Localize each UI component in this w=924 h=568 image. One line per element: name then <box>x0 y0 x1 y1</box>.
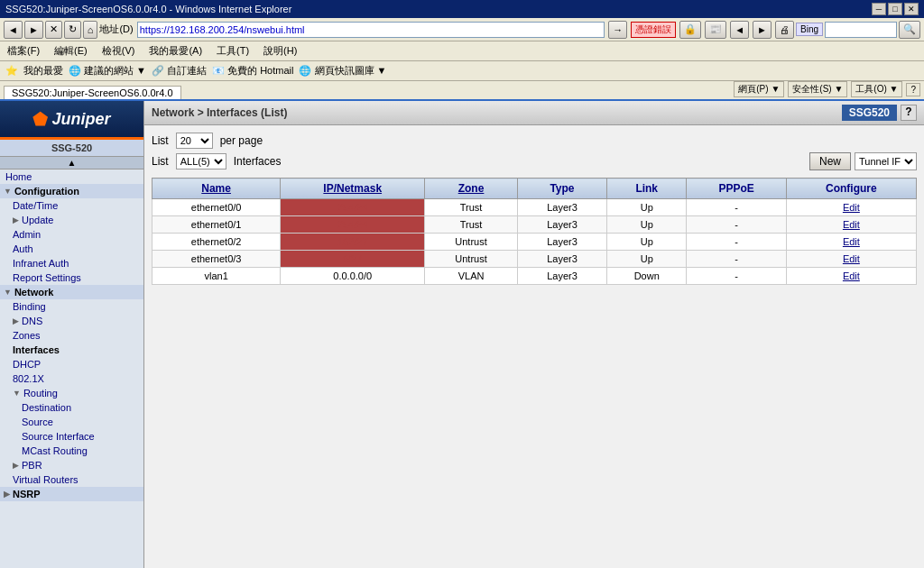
page-tools-button[interactable]: 網頁(P) ▼ <box>734 81 784 97</box>
nav-toolbar: ◄ ► ✕ ↻ ⌂ 地址(D) → 憑證錯誤 🔒 📰 ◄ ► 🖨 Bing 🔍 <box>0 18 924 41</box>
back-button2[interactable]: ◄ <box>730 21 749 39</box>
sort-name-link[interactable]: Name <box>201 182 231 195</box>
interfaces-table: Name IP/Netmask Zone Type Link PPPoE Con… <box>152 178 917 285</box>
sidebar-section-configuration[interactable]: ▼ Configuration <box>0 184 143 198</box>
minimize-button[interactable]: ─ <box>872 3 886 15</box>
per-page-select[interactable]: 20 50 100 <box>176 133 213 149</box>
sidebar-item-interfaces[interactable]: Interfaces <box>0 343 143 357</box>
sidebar-item-mcast-routing[interactable]: MCast Routing <box>0 444 143 458</box>
fav-custom-links[interactable]: 🔗 自訂連結 <box>152 64 207 78</box>
col-header-type: Type <box>517 179 606 199</box>
sidebar-item-source[interactable]: Source <box>0 415 143 429</box>
edit-link[interactable]: Edit <box>843 270 860 281</box>
configure-cell[interactable]: Edit <box>786 199 916 216</box>
configure-cell[interactable]: Edit <box>786 268 916 285</box>
sidebar-item-dhcp[interactable]: DHCP <box>0 357 143 371</box>
menu-file[interactable]: 檔案(F) <box>4 43 43 59</box>
col-header-ip[interactable]: IP/Netmask <box>281 179 425 199</box>
configure-cell[interactable]: Edit <box>786 234 916 251</box>
window-controls[interactable]: ─ □ ✕ <box>872 3 919 15</box>
stop-button[interactable]: ✕ <box>45 21 62 39</box>
close-button[interactable]: ✕ <box>904 3 919 15</box>
configure-cell[interactable]: Edit <box>786 216 916 234</box>
refresh-button[interactable]: ↻ <box>64 21 81 39</box>
sidebar-item-auth[interactable]: Auth <box>0 242 143 256</box>
search-button[interactable]: 🔍 <box>899 21 920 39</box>
sidebar-item-infranet-auth[interactable]: Infranet Auth <box>0 256 143 270</box>
zone-cell: Untrust <box>425 234 518 251</box>
back-button[interactable]: ◄ <box>4 21 23 39</box>
ip-cell: 6/27 <box>281 251 425 268</box>
fav-hotmail[interactable]: 📧 免費的 Hotmail <box>212 64 293 78</box>
menu-view[interactable]: 檢視(V) <box>98 43 139 59</box>
table-header-row: Name IP/Netmask Zone Type Link PPPoE Con… <box>152 179 917 199</box>
forward-button[interactable]: ► <box>24 21 43 39</box>
tunnel-select[interactable]: Tunnel IF <box>855 152 917 170</box>
help-button[interactable]: ? <box>901 105 917 121</box>
sidebar-item-home[interactable]: Home <box>0 169 143 184</box>
ip-cell: 162/27 <box>281 234 425 251</box>
print-button[interactable]: 🖨 <box>775 21 794 39</box>
sidebar-item-binding[interactable]: Binding <box>0 299 143 314</box>
go-button[interactable]: → <box>608 21 627 39</box>
table-row: ethernet0/1 254/24 Trust Layer3 Up - Edi… <box>152 216 917 234</box>
sidebar-item-source-interface[interactable]: Source Interface <box>0 429 143 444</box>
fav-my-favorites[interactable]: 我的最愛 <box>23 64 63 78</box>
sidebar-section-network[interactable]: ▼ Network <box>0 285 143 299</box>
zone-cell: VLAN <box>425 268 518 285</box>
col-header-zone[interactable]: Zone <box>425 179 518 199</box>
address-input[interactable] <box>137 22 605 38</box>
sidebar-item-virtual-routers[interactable]: Virtual Routers <box>0 472 143 487</box>
pppoe-cell: - <box>687 216 786 234</box>
edit-link[interactable]: Edit <box>843 202 860 213</box>
type-cell: Layer3 <box>517 199 606 216</box>
edit-link[interactable]: Edit <box>843 236 860 247</box>
table-row: vlan1 0.0.0.0/0 VLAN Layer3 Down - Edit <box>152 268 917 285</box>
sidebar-item-zones[interactable]: Zones <box>0 328 143 343</box>
sidebar-item-routing[interactable]: ▼ Routing <box>0 386 143 400</box>
menu-edit[interactable]: 編輯(E) <box>51 43 91 59</box>
col-header-name[interactable]: Name <box>152 179 281 199</box>
edit-link[interactable]: Edit <box>843 253 860 264</box>
sidebar-item-report-settings[interactable]: Report Settings <box>0 270 143 285</box>
help-tools-button[interactable]: ? <box>906 83 920 96</box>
breadcrumb: Network > Interfaces (List) <box>152 106 287 119</box>
menu-help[interactable]: 說明(H) <box>260 43 300 59</box>
new-button[interactable]: New <box>809 152 851 170</box>
sidebar-item-datetime[interactable]: Date/Time <box>0 198 143 213</box>
scroll-up-button[interactable]: ▲ <box>0 157 143 169</box>
menu-tools[interactable]: 工具(T) <box>213 43 253 59</box>
fav-star-icon: ⭐ <box>5 65 18 77</box>
device-name-label: SSG-520 <box>0 140 143 157</box>
type-cell: Layer3 <box>517 234 606 251</box>
filter-select[interactable]: ALL(5) <box>176 153 226 169</box>
forward-button2[interactable]: ► <box>753 21 772 39</box>
sort-ip-link[interactable]: IP/Netmask <box>323 182 382 195</box>
home-button[interactable]: ⌂ <box>83 21 98 39</box>
rss-button[interactable]: 📰 <box>705 21 726 39</box>
security-tools-button[interactable]: 安全性(S) ▼ <box>788 81 847 97</box>
main-tab[interactable]: SSG520:Juniper-ScreenOS6.0.0r4.0 <box>4 86 181 99</box>
sort-zone-link[interactable]: Zone <box>458 182 485 195</box>
fav-web-gallery[interactable]: 🌐 網頁快訊圖庫 ▼ <box>299 64 386 78</box>
sidebar-item-8021x[interactable]: 802.1X <box>0 371 143 386</box>
tools-button[interactable]: 工具(O) ▼ <box>851 81 902 97</box>
search-input[interactable] <box>825 22 897 38</box>
type-cell: Layer3 <box>517 216 606 234</box>
restore-button[interactable]: □ <box>888 3 902 15</box>
configure-cell[interactable]: Edit <box>786 251 916 268</box>
menu-favorites[interactable]: 我的最愛(A) <box>145 43 206 59</box>
sidebar-item-update[interactable]: ▶ Update <box>0 213 143 227</box>
sidebar-section-nsrp[interactable]: ▶ NSRP <box>0 487 143 501</box>
cert-info-button[interactable]: 🔒 <box>679 21 701 39</box>
sidebar-item-destination[interactable]: Destination <box>0 400 143 415</box>
link-cell: Down <box>607 268 687 285</box>
edit-link[interactable]: Edit <box>843 219 860 230</box>
sidebar-item-admin[interactable]: Admin <box>0 227 143 242</box>
col-header-pppoe: PPPoE <box>687 179 786 199</box>
expand-icon: ▼ <box>4 288 12 297</box>
fav-suggested-sites[interactable]: 🌐 建議的網站 ▼ <box>69 64 146 78</box>
sidebar-item-dns[interactable]: ▶ DNS <box>0 314 143 328</box>
sidebar-item-pbr[interactable]: ▶ PBR <box>0 458 143 472</box>
expand-icon: ▼ <box>13 389 21 398</box>
